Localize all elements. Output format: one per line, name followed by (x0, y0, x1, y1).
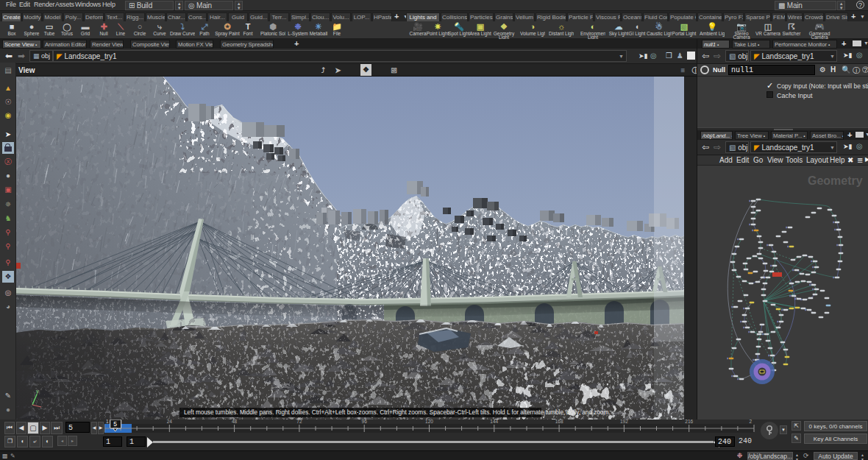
svg-text:120: 120 (425, 420, 433, 424)
svg-text:72: 72 (296, 420, 302, 424)
svg-text:y: y (36, 389, 39, 394)
svg-text:Left mouse tumbles. Middle pan: Left mouse tumbles. Middle pans. Right d… (184, 409, 611, 416)
svg-text:1: 1 (106, 420, 109, 424)
svg-text:48: 48 (232, 420, 238, 424)
svg-text:192: 192 (620, 420, 628, 424)
svg-text:24: 24 (167, 420, 173, 424)
svg-text:2: 2 (749, 420, 752, 424)
svg-text:Geometry: Geometry (808, 174, 863, 187)
svg-text:216: 216 (685, 420, 693, 424)
svg-text:5: 5 (113, 420, 117, 428)
svg-text:168: 168 (555, 420, 563, 424)
svg-text:144: 144 (490, 420, 498, 424)
svg-text:96: 96 (362, 420, 368, 424)
